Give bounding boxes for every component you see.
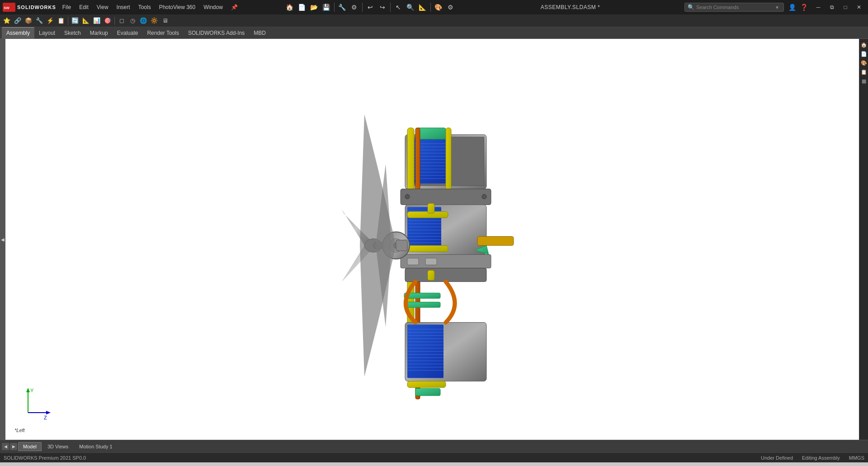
svg-rect-70 — [415, 389, 440, 396]
svg-marker-83 — [46, 411, 51, 414]
cmd-icon-12[interactable]: ◷ — [127, 16, 137, 26]
close-button[interactable]: ✕ — [853, 2, 865, 13]
redo-icon[interactable]: ↪ — [377, 2, 388, 13]
menu-edit[interactable]: Edit — [75, 2, 92, 12]
bottom-tab-motion[interactable]: Motion Study 1 — [74, 442, 117, 451]
new-file-icon[interactable]: 📄 — [297, 2, 307, 13]
sw-logo: SW SOLIDWORKS — [3, 3, 56, 12]
menu-photoview[interactable]: PhotoView 360 — [156, 2, 199, 12]
measure-icon[interactable]: 📐 — [417, 2, 428, 13]
maximize-button[interactable]: □ — [839, 2, 852, 13]
options-icon[interactable]: ⚙ — [349, 2, 360, 13]
view-label: *Left — [14, 428, 25, 433]
svg-rect-69 — [407, 381, 446, 388]
cmd-icon-5[interactable]: ⚡ — [45, 16, 55, 26]
tb-sep3 — [390, 3, 391, 12]
svg-rect-51 — [404, 302, 440, 308]
rs-document-icon[interactable]: 📋 — [860, 68, 868, 76]
menu-pin[interactable]: 📌 — [227, 2, 241, 12]
tb-sep2 — [362, 3, 363, 12]
svg-rect-43 — [407, 212, 448, 218]
cmd-icon-1[interactable]: ⭐ — [2, 16, 12, 26]
cmd-icon-15[interactable]: 🖥 — [160, 16, 170, 26]
cmd-icon-9[interactable]: 📊 — [92, 16, 102, 26]
app-name-label: SOLIDWORKS — [17, 5, 56, 10]
status-bar: SOLIDWORKS Premium 2021 SP0.0 Under Defi… — [0, 452, 868, 462]
bottom-tab-3dviews[interactable]: 3D Views — [42, 442, 73, 451]
help-icon[interactable]: ❓ — [798, 2, 809, 13]
open-icon[interactable]: 📂 — [309, 2, 320, 13]
menu-bar: File Edit View Insert Tools PhotoView 36… — [59, 2, 282, 12]
appearance-icon[interactable]: 🎨 — [433, 2, 444, 13]
cmd-icon-8[interactable]: 📐 — [81, 16, 91, 26]
tb-sep4 — [430, 3, 431, 12]
tab-mbd[interactable]: MBD — [249, 27, 270, 38]
menu-window[interactable]: Window — [200, 2, 226, 12]
home-icon[interactable]: 🏠 — [284, 2, 295, 13]
cmd-icon-11[interactable]: ◻ — [117, 16, 127, 26]
bottom-nav-prev[interactable]: ◀ — [2, 443, 9, 450]
right-sidebar: 🏠 📄 🎨 📋 ▦ — [859, 39, 868, 440]
tab-assembly[interactable]: Assembly — [2, 27, 34, 38]
cmd-icon-14[interactable]: 🔆 — [149, 16, 159, 26]
tab-render-tools[interactable]: Render Tools — [142, 27, 184, 38]
cmd-icon-4[interactable]: 🔧 — [34, 16, 44, 26]
svg-rect-78 — [428, 271, 434, 281]
menu-insert[interactable]: Insert — [113, 2, 134, 12]
svg-rect-52 — [405, 268, 486, 282]
svg-text:Z: Z — [44, 415, 47, 420]
rs-home-icon[interactable]: 🏠 — [860, 41, 868, 49]
search-input[interactable] — [696, 5, 773, 10]
status-editing: Editing Assembly — [802, 455, 840, 461]
tab-markup[interactable]: Markup — [85, 27, 113, 38]
bottom-tab-model[interactable]: Model — [18, 442, 42, 451]
search-dropdown-icon[interactable]: ▼ — [775, 5, 779, 10]
window-controls: ─ ⧉ □ ✕ — [812, 2, 865, 13]
tab-sw-addins[interactable]: SOLIDWORKS Add-Ins — [184, 27, 249, 38]
rebuild-icon[interactable]: 🔧 — [337, 2, 348, 13]
status-version: SOLIDWORKS Premium 2021 SP0.0 — [4, 455, 761, 461]
status-right: Under Defined Editing Assembly MMGS — [761, 455, 864, 461]
tab-sketch[interactable]: Sketch — [60, 27, 85, 38]
cmd-icon-13[interactable]: 🌐 — [138, 16, 148, 26]
tab-evaluate[interactable]: Evaluate — [113, 27, 143, 38]
menu-tools[interactable]: Tools — [135, 2, 155, 12]
cursor-icon[interactable]: ↖ — [393, 2, 404, 13]
menu-file[interactable]: File — [59, 2, 75, 12]
cmd-icon-2[interactable]: 🔗 — [13, 16, 23, 26]
rs-layers-icon[interactable]: 📄 — [860, 50, 868, 58]
zoom-icon[interactable]: 🔍 — [405, 2, 416, 13]
svg-rect-48 — [407, 258, 419, 265]
window-title: ASSEMBLY.SLDASM * — [459, 4, 682, 10]
minimize-button[interactable]: ─ — [812, 2, 825, 13]
save-icon[interactable]: 💾 — [321, 2, 332, 13]
main-area: ◀ — [0, 39, 868, 440]
rs-palette-icon[interactable]: 🎨 — [860, 59, 868, 67]
undo-icon[interactable]: ↩ — [365, 2, 376, 13]
status-defined: Under Defined — [761, 455, 793, 461]
svg-text:SW: SW — [4, 6, 9, 10]
tab-layout[interactable]: Layout — [34, 27, 60, 38]
svg-point-27 — [405, 195, 410, 199]
toolbar-icons: 🏠 📄 📂 💾 🔧 ⚙ ↩ ↪ ↖ 🔍 📐 🎨 ⚙ — [284, 2, 456, 13]
search-box[interactable]: 🔍 ▼ — [684, 3, 784, 12]
restore-button[interactable]: ⧉ — [826, 2, 838, 13]
cmd-icon-3[interactable]: 📦 — [24, 16, 33, 26]
settings-icon[interactable]: ⚙ — [445, 2, 456, 13]
left-panel-toggle[interactable]: ◀ — [0, 39, 5, 440]
title-bar: SW SOLIDWORKS File Edit View Insert Tool… — [0, 0, 868, 14]
svg-rect-77 — [428, 204, 434, 214]
cmd-icon-10[interactable]: 🎯 — [103, 16, 113, 26]
cmd-icon-7[interactable]: 🔄 — [70, 16, 80, 26]
menu-view[interactable]: View — [93, 2, 112, 12]
svg-text:Y: Y — [30, 388, 34, 393]
status-units: MMGS — [849, 455, 864, 461]
cmd-icon-6[interactable]: 📋 — [56, 16, 66, 26]
bottom-nav-next[interactable]: ▶ — [10, 443, 17, 450]
coordinate-axes: Y Z — [19, 385, 55, 422]
svg-rect-22 — [416, 128, 446, 139]
tb-sep1 — [334, 3, 335, 12]
viewport[interactable]: Y Z *Left — [5, 39, 859, 440]
user-icon[interactable]: 👤 — [787, 2, 797, 13]
rs-table-icon[interactable]: ▦ — [860, 77, 868, 85]
